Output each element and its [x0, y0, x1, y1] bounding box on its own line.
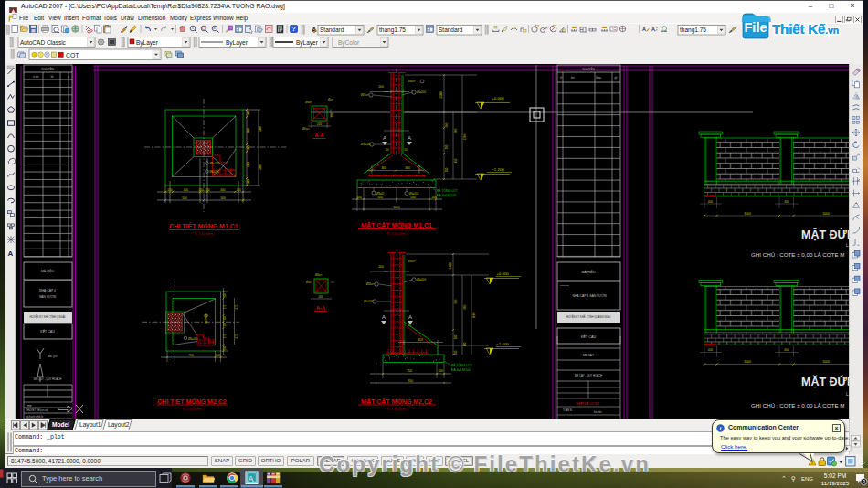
svg-text:File: File [745, 20, 767, 35]
svg-text:i: i [720, 425, 722, 431]
svg-text:Thiết Kế.vn: Thiết Kế.vn [772, 21, 839, 37]
